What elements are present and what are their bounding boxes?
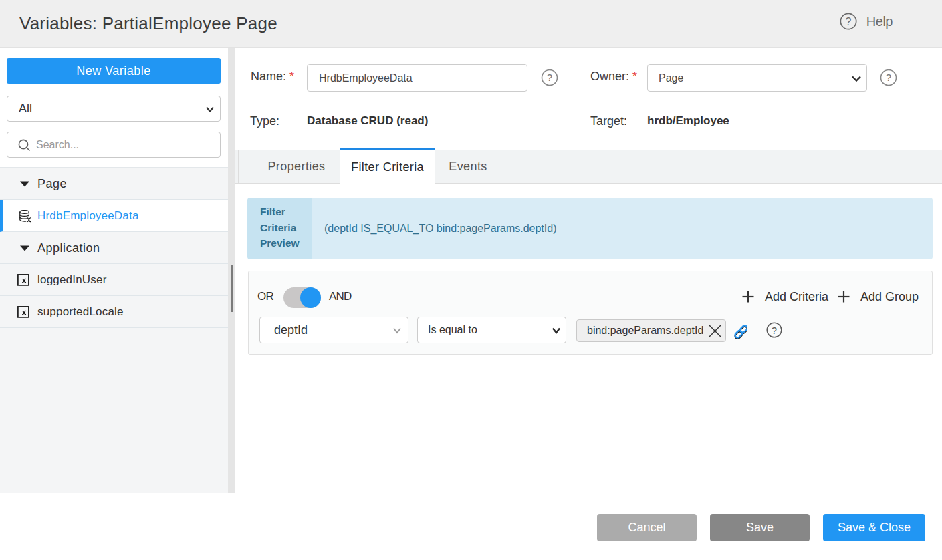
svg-text:?: ? xyxy=(547,72,552,83)
svg-text:?: ? xyxy=(886,72,891,83)
svg-text:?: ? xyxy=(845,16,851,27)
svg-text:?: ? xyxy=(772,325,777,336)
